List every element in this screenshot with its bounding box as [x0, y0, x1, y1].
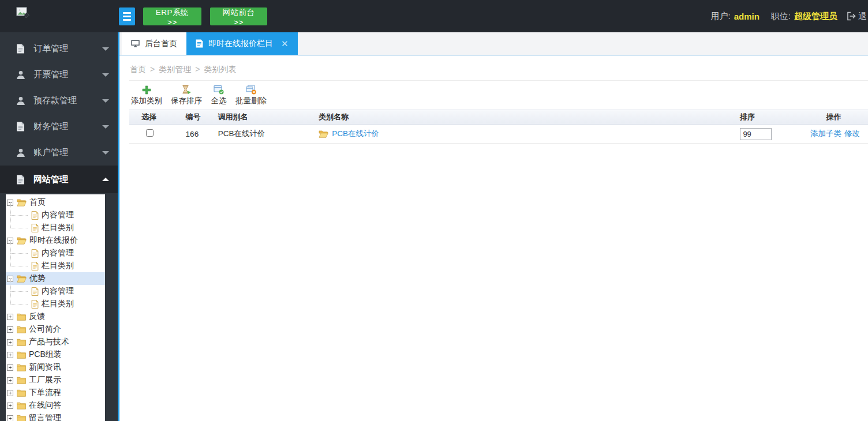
expand-plus-icon[interactable] — [7, 326, 13, 333]
logout-button[interactable]: 退 — [847, 11, 867, 22]
id-cell: 166 — [181, 130, 213, 138]
toolbar-save-sort-button[interactable]: 保存排序 — [171, 85, 202, 106]
tree-node-label: 留言管理 — [29, 413, 61, 421]
chevron-down-icon — [102, 151, 109, 155]
toolbar-label: 添加类别 — [131, 96, 162, 106]
expand-plus-icon[interactable] — [7, 415, 13, 421]
category-name-link[interactable]: PCB在线计价 — [332, 129, 379, 139]
site-front-button[interactable]: 网站前台>> — [210, 7, 267, 25]
tree-node[interactable]: PCB组装 — [6, 348, 105, 361]
sort-input[interactable] — [740, 128, 772, 140]
folder-closed-icon — [17, 377, 26, 384]
close-tab-icon[interactable]: ✕ — [281, 39, 289, 49]
toolbar-label: 全选 — [211, 96, 227, 106]
expand-plus-icon[interactable] — [7, 339, 13, 345]
sidebar-item-5[interactable]: 网站管理 — [0, 166, 118, 193]
chevron-up-icon — [102, 178, 109, 181]
folder-open-icon — [319, 130, 328, 138]
row-checkbox[interactable] — [146, 129, 154, 137]
tree-node[interactable]: 栏目类别 — [6, 221, 105, 234]
toolbar-add-button[interactable]: 添加类别 — [131, 85, 162, 106]
breadcrumb-item[interactable]: 首页 — [130, 65, 146, 74]
sort-cell — [735, 128, 806, 140]
tree-node[interactable]: 反馈 — [6, 310, 105, 323]
tree-node-label: 产品与技术 — [29, 337, 69, 347]
sidebar-item-1[interactable]: 开票管理 — [0, 62, 118, 88]
folder-closed-icon — [17, 326, 26, 333]
tree-node-label: PCB组装 — [29, 349, 62, 360]
expand-plus-icon[interactable] — [7, 403, 13, 409]
actions-cell: 添加子类修改 — [806, 129, 868, 139]
file-icon — [31, 300, 39, 309]
breadcrumb-separator: > — [150, 65, 155, 74]
batch-delete-icon — [246, 85, 256, 95]
tree-node[interactable]: 留言管理 — [6, 412, 105, 421]
sidebar: 订单管理开票管理预存款管理财务管理账户管理网站管理 首页内容管理栏目类别即时在线… — [0, 32, 118, 421]
expand-plus-icon[interactable] — [7, 390, 13, 396]
user-icon — [16, 70, 26, 79]
sidebar-item-4[interactable]: 账户管理 — [0, 140, 118, 166]
sidebar-item-2[interactable]: 预存款管理 — [0, 88, 118, 114]
sidebar-item-3[interactable]: 财务管理 — [0, 114, 118, 140]
folder-closed-icon — [17, 339, 26, 346]
tree-node[interactable]: 新闻资讯 — [6, 361, 105, 374]
expand-plus-icon[interactable] — [7, 377, 13, 384]
name-cell: PCB在线计价 — [313, 129, 735, 139]
tree-node[interactable]: 优势 — [6, 272, 105, 285]
file-icon — [31, 249, 39, 258]
tree-node[interactable]: 首页 — [6, 196, 105, 209]
sidebar-item-label: 账户管理 — [33, 147, 68, 158]
toolbar-label: 批量删除 — [235, 96, 267, 106]
tree-node[interactable]: 栏目类别 — [6, 298, 105, 310]
sidebar-item-label: 网站管理 — [33, 174, 68, 185]
expand-plus-icon[interactable] — [7, 314, 13, 320]
toolbar-select-all-button[interactable]: 全选 — [211, 85, 227, 106]
select-all-icon — [214, 85, 224, 95]
expand-plus-icon[interactable] — [7, 364, 13, 371]
tree-node-label: 即时在线报价 — [29, 235, 78, 246]
role-name[interactable]: 超级管理员 — [794, 11, 837, 22]
tree-node-label: 下单流程 — [29, 388, 61, 398]
toolbar-batch-delete-button[interactable]: 批量删除 — [235, 85, 267, 106]
tree-node-label: 新闻资讯 — [29, 362, 61, 373]
folder-closed-icon — [17, 415, 26, 421]
tree-node-label: 优势 — [29, 273, 46, 284]
folder-open-icon — [17, 275, 27, 283]
tree-node[interactable]: 下单流程 — [6, 386, 105, 399]
tree-node[interactable]: 栏目类别 — [6, 260, 105, 272]
hamburger-menu-button[interactable] — [119, 7, 135, 25]
erp-system-button[interactable]: ERP系统>> — [143, 7, 201, 25]
action-link-0[interactable]: 添加子类 — [810, 129, 841, 138]
folder-open-icon — [17, 237, 27, 245]
tree-node[interactable]: 公司简介 — [6, 323, 105, 336]
file-icon — [31, 262, 39, 270]
sidebar-item-0[interactable]: 订单管理 — [0, 36, 118, 62]
tab-bar: 后台首页即时在线报价栏目✕ — [119, 32, 868, 56]
user-label: 用户: — [710, 11, 730, 22]
tree-node[interactable]: 工厂展示 — [6, 374, 105, 386]
breadcrumb-item[interactable]: 类别管理 — [159, 65, 191, 74]
tree-node[interactable]: 内容管理 — [6, 209, 105, 221]
tab-0[interactable]: 后台首页 — [122, 32, 186, 55]
column-header: 调用别名 — [213, 112, 314, 122]
site-category-tree: 首页内容管理栏目类别即时在线报价内容管理栏目类别优势内容管理栏目类别反馈公司简介… — [6, 194, 105, 421]
tree-node[interactable]: 在线问答 — [6, 399, 105, 412]
tab-label: 即时在线报价栏目 — [208, 39, 273, 49]
tree-node[interactable]: 内容管理 — [6, 247, 105, 260]
file-icon — [31, 211, 39, 220]
breadcrumb-separator: > — [195, 65, 200, 74]
chevron-down-icon — [102, 99, 109, 103]
document-icon — [16, 44, 26, 54]
broken-image-logo-icon — [16, 7, 30, 18]
tree-node-label: 栏目类别 — [42, 261, 74, 271]
sidebar-item-label: 财务管理 — [33, 121, 68, 132]
tree-node[interactable]: 即时在线报价 — [6, 234, 105, 247]
file-icon — [31, 287, 39, 296]
tree-node-label: 内容管理 — [42, 210, 74, 220]
column-header: 排序 — [735, 112, 806, 122]
tree-node[interactable]: 产品与技术 — [6, 336, 105, 348]
tab-1[interactable]: 即时在线报价栏目✕ — [186, 32, 298, 55]
tree-node[interactable]: 内容管理 — [6, 285, 105, 298]
expand-plus-icon[interactable] — [7, 352, 13, 358]
action-link-1[interactable]: 修改 — [844, 129, 860, 138]
